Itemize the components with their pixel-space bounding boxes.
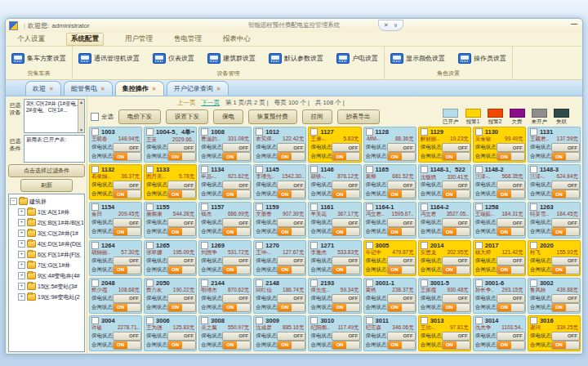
scroll-down-icon[interactable]: ▼ xyxy=(78,127,84,132)
card-checkbox[interactable] xyxy=(421,166,428,173)
switch-state-toggle[interactable]: ON xyxy=(222,341,251,350)
power-protect-toggle[interactable]: OFF xyxy=(113,181,141,190)
meter-card[interactable]: 3005牛记中479.87元保电状态OFF合闸状态ON xyxy=(363,240,416,276)
meter-card[interactable]: 1003王晓春148.94元保电状态OFF合闸状态ON xyxy=(89,127,142,163)
card-checkbox[interactable] xyxy=(256,279,263,287)
meter-card[interactable]: 1159文墨香907.39元保电状态OFF合闸状态ON xyxy=(253,202,306,238)
power-protect-toggle[interactable]: OFF xyxy=(442,181,470,190)
switch-state-toggle[interactable]: ON xyxy=(497,303,525,312)
card-checkbox[interactable] xyxy=(91,203,99,211)
expand-icon[interactable]: + xyxy=(18,272,25,279)
meter-card[interactable]: 1264胡娟丽..57.30元保电状态OFF合闸状态ON xyxy=(89,240,142,276)
card-checkbox[interactable] xyxy=(366,203,373,211)
power-protect-toggle[interactable]: OFF xyxy=(497,257,525,266)
meter-card[interactable]: 3016谢珂339.25元保电状态OFF合闸状态ON xyxy=(528,315,581,351)
card-checkbox[interactable] xyxy=(421,317,428,324)
card-checkbox[interactable] xyxy=(310,166,318,173)
next-page-link[interactable]: 下一页 xyxy=(202,99,220,107)
tab-close-icon[interactable]: ✕ xyxy=(216,86,221,92)
switch-state-toggle[interactable]: ON xyxy=(551,152,580,161)
card-checkbox[interactable] xyxy=(91,317,99,324)
selected-devices-list[interactable]: 3区:C区2#井 (1#变电、2#变电、C区1#... ▲▼ xyxy=(24,99,85,133)
card-checkbox[interactable] xyxy=(201,128,208,136)
switch-state-toggle[interactable]: ON xyxy=(113,152,141,161)
power-protect-toggle[interactable]: OFF xyxy=(167,181,196,190)
card-checkbox[interactable] xyxy=(310,203,318,211)
switch-state-toggle[interactable]: ON xyxy=(277,303,305,312)
card-checkbox[interactable] xyxy=(475,242,483,249)
switch-state-toggle[interactable]: ON xyxy=(442,190,470,199)
card-checkbox[interactable] xyxy=(421,203,428,211)
tab-close-icon[interactable]: ✕ xyxy=(100,86,105,92)
action-button-抄表导出[interactable]: 抄表导出 xyxy=(337,109,380,124)
tab-开户记录查询[interactable]: 开户记录查询✕ xyxy=(167,81,229,96)
power-protect-toggle[interactable]: OFF xyxy=(113,257,141,266)
switch-state-toggle[interactable]: ON xyxy=(387,341,416,350)
switch-state-toggle[interactable]: ON xyxy=(497,341,525,350)
switch-state-toggle[interactable]: ON xyxy=(387,303,416,312)
meter-card[interactable]: 3001-5王振霞930.48元保电状态OFF合闸状态ON xyxy=(418,278,471,314)
card-checkbox[interactable] xyxy=(310,128,318,136)
card-checkbox[interactable] xyxy=(475,279,483,287)
meter-card[interactable]: 1270王坤-..127.67元保电状态OFF合闸状态ON xyxy=(253,240,306,276)
switch-state-toggle[interactable]: ON xyxy=(167,266,196,274)
switch-state-toggle[interactable]: ON xyxy=(113,341,141,350)
tree-root[interactable]: −建筑群 xyxy=(10,196,83,207)
switch-state-toggle[interactable]: ON xyxy=(551,341,580,350)
chevron-down-icon[interactable]: ∨ xyxy=(394,22,398,29)
meter-card[interactable]: 2050费力友190.22元保电状态OFF合闸状态ON xyxy=(144,278,197,314)
meter-card[interactable]: 1154金日209.45元保电状态OFF合闸状态ON xyxy=(89,202,142,238)
card-checkbox[interactable] xyxy=(366,279,373,287)
card-checkbox[interactable] xyxy=(91,166,99,173)
switch-state-toggle[interactable]: ON xyxy=(497,152,525,161)
close-icon[interactable]: ✕ xyxy=(384,22,389,29)
menu-item-用户管理[interactable]: 用户管理 xyxy=(125,34,153,44)
switch-state-toggle[interactable]: ON xyxy=(222,190,251,199)
switch-state-toggle[interactable]: ON xyxy=(442,341,470,350)
action-button-拉闸[interactable]: 拉闸 xyxy=(302,109,332,124)
card-checkbox[interactable] xyxy=(475,203,483,211)
switch-state-toggle[interactable]: ON xyxy=(222,266,251,274)
meter-card[interactable]: 2017钱大师121.42元保电状态OFF合闸状态ON xyxy=(473,240,526,276)
meter-card[interactable]: 3008吴之翼550.97元保电状态OFF合闸状态ON xyxy=(198,315,252,351)
power-protect-toggle[interactable]: OFF xyxy=(113,332,141,341)
meter-card[interactable]: 1128-MM-..88.36元保电状态OFF合闸状态ON xyxy=(363,127,416,163)
power-protect-toggle[interactable]: OFF xyxy=(167,332,196,341)
meter-card[interactable]: 1155唐南康544.28元保电状态OFF合闸状态ON xyxy=(144,202,197,238)
tree-item[interactable]: +19区:9#变电站(2 xyxy=(10,292,83,302)
power-protect-toggle[interactable]: OFF xyxy=(222,294,251,303)
power-protect-toggle[interactable]: OFF xyxy=(222,181,251,190)
tree-item[interactable]: +1区:A区1#井 xyxy=(10,207,83,217)
ribbon-button-仪表设置[interactable]: 仪表设置 xyxy=(150,51,197,65)
switch-state-toggle[interactable]: ON xyxy=(222,303,251,312)
meter-card[interactable]: 1130吴金敏99.49元保电状态OFF合闸状态ON xyxy=(473,127,526,163)
switch-state-toggle[interactable]: ON xyxy=(442,227,470,236)
switch-state-toggle[interactable]: ON xyxy=(551,190,580,199)
card-checkbox[interactable] xyxy=(530,203,537,211)
card-checkbox[interactable] xyxy=(201,203,208,211)
expand-icon[interactable]: + xyxy=(18,230,25,237)
meter-card[interactable]: 2148回红仙186.74元保电状态OFF合闸状态ON xyxy=(253,278,306,314)
switch-state-toggle[interactable]: ON xyxy=(387,152,416,161)
action-button-设置下发[interactable]: 设置下发 xyxy=(166,109,208,124)
tree-item[interactable]: +6区:F区1#井(F区 xyxy=(10,249,83,260)
tab-能管售电[interactable]: 能管售电✕ xyxy=(64,81,113,96)
switch-state-toggle[interactable]: ON xyxy=(332,341,360,350)
meter-card[interactable]: 3004许敏2278.71..保电状态OFF合闸状态ON xyxy=(89,315,142,351)
meter-card[interactable]: 3002鲁风娃439.88元保电状态OFF合闸状态ON xyxy=(528,278,581,314)
power-protect-toggle[interactable]: OFF xyxy=(551,332,580,341)
card-checkbox[interactable] xyxy=(256,166,263,173)
tab-集控操作[interactable]: 集控操作✕ xyxy=(115,81,164,96)
meter-card[interactable]: 1133图丹美..5.78元保电状态OFF合闸状态ON xyxy=(144,164,197,200)
switch-state-toggle[interactable]: ON xyxy=(497,227,525,236)
switch-state-toggle[interactable]: ON xyxy=(387,190,416,199)
card-checkbox[interactable] xyxy=(146,242,154,249)
meter-card[interactable]: 3011纪宏森346.06元保电状态OFF合闸状态ON xyxy=(363,315,416,351)
power-protect-toggle[interactable]: OFF xyxy=(332,332,360,341)
menu-item-报表中心[interactable]: 报表中心 xyxy=(223,34,251,44)
expand-icon[interactable]: + xyxy=(18,219,25,226)
card-checkbox[interactable] xyxy=(201,166,208,173)
switch-state-toggle[interactable]: ON xyxy=(387,266,416,274)
power-protect-toggle[interactable]: OFF xyxy=(332,143,360,152)
meter-card[interactable]: 1129解丽丽..19.23元保电状态OFF合闸状态ON xyxy=(418,127,471,163)
